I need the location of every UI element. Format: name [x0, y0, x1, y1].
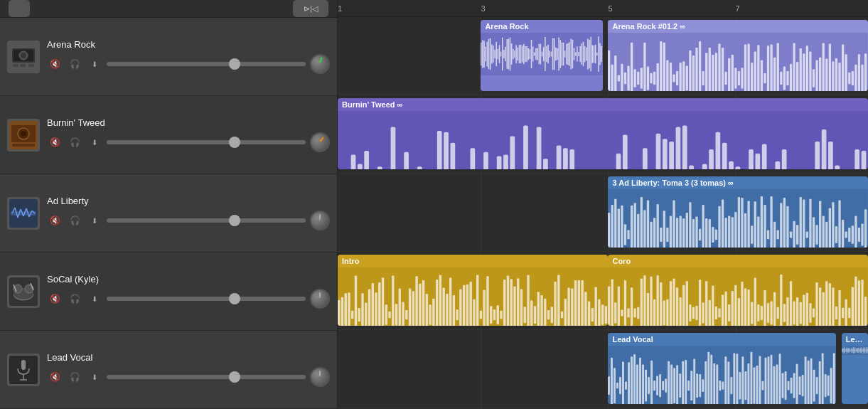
svg-rect-550: [691, 371, 693, 400]
volume-slider-burnin-tweed[interactable]: [107, 140, 306, 144]
svg-rect-318: [738, 197, 740, 248]
svg-rect-109: [594, 46, 595, 63]
svg-rect-448: [634, 309, 636, 318]
record-button-burnin-tweed[interactable]: ⬇: [87, 136, 102, 149]
clip-arena-rock-1[interactable]: Arena Rock: [481, 20, 603, 91]
mute-button-socal-kyle[interactable]: 🔇: [47, 292, 63, 305]
svg-rect-71: [536, 48, 537, 60]
svg-rect-539: [660, 374, 662, 397]
svg-rect-133: [663, 43, 665, 91]
pan-knob-lead-vocal[interactable]: [310, 367, 330, 387]
clip-lead-vocal-1[interactable]: Lead Vocal: [608, 333, 836, 404]
svg-rect-435: [594, 287, 596, 326]
mute-button-lead-vocal[interactable]: 🔇: [47, 371, 63, 383]
pan-knob-socal-kyle[interactable]: [310, 289, 330, 309]
svg-rect-595: [819, 361, 821, 404]
headphone-button-ad-liberty[interactable]: 🎧: [67, 214, 82, 227]
record-button-arena-rock[interactable]: ⬇: [87, 58, 102, 70]
headphone-button-lead-vocal[interactable]: 🎧: [67, 371, 82, 383]
svg-rect-442: [615, 302, 617, 323]
headphone-button-arena-rock[interactable]: 🎧: [67, 58, 82, 70]
svg-rect-463: [683, 285, 685, 326]
svg-rect-470: [706, 281, 708, 326]
svg-rect-135: [670, 63, 672, 91]
pan-knob-burnin-tweed[interactable]: [310, 132, 330, 152]
volume-slider-arena-rock[interactable]: [107, 62, 306, 66]
svg-rect-351: [845, 231, 847, 238]
clip-socal-coro[interactable]: Coro: [608, 255, 868, 326]
svg-rect-522: [611, 358, 613, 404]
svg-rect-517: [858, 280, 860, 326]
svg-rect-581: [779, 354, 781, 404]
svg-rect-146: [706, 53, 708, 91]
svg-rect-357: [864, 209, 867, 248]
svg-rect-484: [751, 302, 753, 324]
svg-rect-69: [532, 47, 534, 62]
clip-lead-vocal-2[interactable]: Lead: [842, 333, 868, 404]
mute-button-ad-liberty[interactable]: 🔇: [47, 214, 63, 227]
svg-rect-189: [845, 54, 847, 91]
svg-rect-330: [777, 230, 779, 240]
svg-rect-307: [702, 205, 704, 248]
svg-rect-535: [648, 377, 650, 394]
svg-rect-545: [677, 365, 679, 404]
svg-rect-199: [351, 155, 356, 169]
svg-rect-441: [611, 279, 614, 326]
svg-rect-462: [680, 297, 682, 326]
svg-rect-434: [591, 308, 594, 322]
svg-rect-528: [628, 362, 631, 404]
svg-rect-306: [699, 229, 701, 240]
svg-rect-263: [775, 161, 780, 169]
svg-rect-62: [522, 46, 523, 62]
svg-rect-332: [783, 198, 786, 248]
svg-rect-333: [787, 206, 789, 248]
record-button-lead-vocal[interactable]: ⬇: [87, 371, 102, 383]
svg-rect-419: [540, 295, 542, 326]
svg-rect-526: [623, 361, 625, 404]
record-button-socal-kyle[interactable]: ⬇: [87, 292, 102, 305]
svg-rect-230: [557, 145, 562, 169]
svg-rect-284: [628, 230, 630, 240]
svg-rect-549: [688, 381, 690, 391]
svg-rect-39: [487, 41, 488, 66]
add-track-button[interactable]: [9, 0, 30, 17]
svg-rect-527: [626, 382, 628, 390]
mute-button-arena-rock[interactable]: 🔇: [47, 58, 63, 70]
mute-button-burnin-tweed[interactable]: 🔇: [47, 136, 63, 149]
headphone-button-burnin-tweed[interactable]: 🎧: [67, 136, 82, 149]
smart-controls-button[interactable]: ⊳|◁: [293, 0, 328, 17]
svg-rect-43: [493, 46, 495, 63]
track-controls-burnin-tweed: 🔇 🎧 ⬇: [47, 132, 330, 152]
svg-rect-309: [709, 219, 711, 248]
volume-slider-socal-kyle[interactable]: [107, 297, 306, 301]
svg-rect-580: [776, 364, 778, 404]
svg-rect-255: [722, 143, 727, 169]
svg-rect-278: [608, 213, 610, 248]
svg-rect-121: [624, 73, 626, 84]
svg-rect-405: [493, 309, 495, 320]
svg-rect-315: [729, 216, 731, 248]
clip-socal-intro[interactable]: Intro: [338, 255, 608, 326]
volume-slider-lead-vocal[interactable]: [107, 375, 306, 379]
svg-rect-532: [640, 358, 642, 404]
volume-slider-ad-liberty[interactable]: [107, 218, 306, 223]
svg-rect-60: [519, 45, 520, 63]
clip-ad-liberty-1[interactable]: 3 Ad Liberty: Toma 3 (3 tomas) ∞: [608, 176, 868, 248]
track-name-ad-liberty: Ad Liberty: [47, 196, 330, 206]
pan-knob-ad-liberty[interactable]: [310, 211, 330, 230]
svg-rect-314: [725, 218, 727, 248]
svg-rect-106: [589, 40, 591, 68]
headphone-button-socal-kyle[interactable]: 🎧: [67, 292, 82, 305]
pan-knob-arena-rock[interactable]: [310, 54, 330, 74]
svg-rect-160: [751, 63, 753, 91]
svg-rect-565: [734, 353, 736, 404]
volume-slider-wrap-ad-liberty: [107, 218, 306, 223]
svg-rect-145: [702, 71, 704, 85]
clip-burnin-tweed-1[interactable]: Burnin' Tweed ∞: [338, 98, 868, 169]
svg-rect-279: [611, 205, 614, 248]
svg-rect-141: [690, 51, 692, 91]
svg-rect-373: [385, 304, 387, 325]
svg-rect-363: [351, 311, 353, 319]
record-button-ad-liberty[interactable]: ⬇: [87, 214, 102, 227]
clip-arena-rock-2[interactable]: Arena Rock #01.2 ∞: [608, 20, 868, 91]
